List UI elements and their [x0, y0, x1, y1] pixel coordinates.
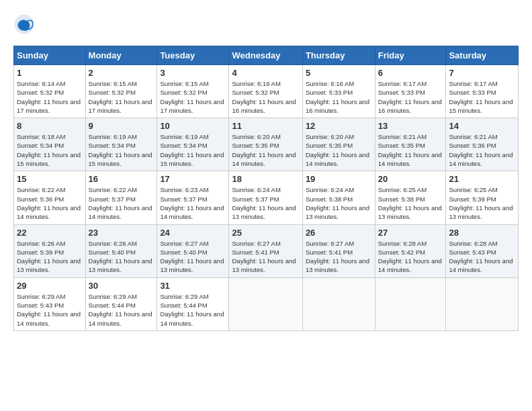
calendar-cell: 3 Sunrise: 6:15 AM Sunset: 5:32 PM Dayli…: [157, 65, 229, 118]
day-number: 7: [449, 68, 515, 78]
calendar-col-thursday: Thursday: [302, 46, 375, 65]
calendar-cell: 20 Sunrise: 6:25 AM Sunset: 5:38 PM Dayl…: [375, 171, 446, 224]
day-number: 4: [232, 68, 299, 78]
day-number: 15: [17, 174, 83, 184]
day-number: 5: [306, 68, 372, 78]
calendar-table: SundayMondayTuesdayWednesdayThursdayFrid…: [13, 46, 519, 331]
calendar-cell: 30 Sunrise: 6:29 AM Sunset: 5:44 PM Dayl…: [85, 277, 157, 330]
day-number: 2: [89, 68, 154, 78]
calendar-col-monday: Monday: [85, 46, 157, 65]
calendar-week-5: 29 Sunrise: 6:29 AM Sunset: 5:43 PM Dayl…: [14, 277, 519, 330]
calendar-cell: 11 Sunrise: 6:20 AM Sunset: 5:35 PM Dayl…: [229, 118, 302, 171]
calendar-cell: 1 Sunrise: 6:14 AM Sunset: 5:32 PM Dayli…: [14, 65, 86, 118]
day-number: 22: [17, 228, 83, 238]
calendar-cell: 8 Sunrise: 6:18 AM Sunset: 5:34 PM Dayli…: [14, 118, 86, 171]
day-number: 17: [160, 174, 226, 184]
calendar-col-tuesday: Tuesday: [157, 46, 229, 65]
day-info: Sunrise: 6:28 AM Sunset: 5:43 PM Dayligh…: [449, 239, 515, 275]
calendar-cell: 24 Sunrise: 6:27 AM Sunset: 5:40 PM Dayl…: [157, 224, 229, 277]
calendar-cell: 14 Sunrise: 6:21 AM Sunset: 5:36 PM Dayl…: [446, 118, 519, 171]
day-info: Sunrise: 6:22 AM Sunset: 5:37 PM Dayligh…: [89, 185, 154, 221]
calendar-cell: [375, 277, 446, 330]
day-number: 3: [160, 68, 226, 78]
day-info: Sunrise: 6:16 AM Sunset: 5:32 PM Dayligh…: [232, 79, 299, 115]
calendar-cell: 19 Sunrise: 6:24 AM Sunset: 5:38 PM Dayl…: [302, 171, 375, 224]
calendar-cell: 4 Sunrise: 6:16 AM Sunset: 5:32 PM Dayli…: [229, 65, 302, 118]
day-info: Sunrise: 6:28 AM Sunset: 5:42 PM Dayligh…: [378, 239, 443, 275]
day-info: Sunrise: 6:24 AM Sunset: 5:38 PM Dayligh…: [306, 185, 372, 221]
calendar-cell: 17 Sunrise: 6:23 AM Sunset: 5:37 PM Dayl…: [157, 171, 229, 224]
day-number: 26: [306, 228, 372, 238]
calendar-cell: 29 Sunrise: 6:29 AM Sunset: 5:43 PM Dayl…: [14, 277, 86, 330]
calendar-cell: 18 Sunrise: 6:24 AM Sunset: 5:37 PM Dayl…: [229, 171, 302, 224]
calendar-cell: 7 Sunrise: 6:17 AM Sunset: 5:33 PM Dayli…: [446, 65, 519, 118]
calendar-cell: 10 Sunrise: 6:19 AM Sunset: 5:34 PM Dayl…: [157, 118, 229, 171]
calendar-cell: 6 Sunrise: 6:17 AM Sunset: 5:33 PM Dayli…: [375, 65, 446, 118]
calendar-week-4: 22 Sunrise: 6:26 AM Sunset: 5:39 PM Dayl…: [14, 224, 519, 277]
calendar-cell: 25 Sunrise: 6:27 AM Sunset: 5:41 PM Dayl…: [229, 224, 302, 277]
day-info: Sunrise: 6:25 AM Sunset: 5:38 PM Dayligh…: [378, 185, 443, 221]
day-info: Sunrise: 6:23 AM Sunset: 5:37 PM Dayligh…: [160, 185, 226, 221]
day-info: Sunrise: 6:25 AM Sunset: 5:39 PM Dayligh…: [449, 185, 515, 221]
page-header: [13, 13, 519, 35]
day-number: 13: [378, 121, 443, 131]
day-number: 27: [378, 228, 443, 238]
day-number: 14: [449, 121, 515, 131]
day-number: 16: [89, 174, 154, 184]
calendar-cell: 9 Sunrise: 6:19 AM Sunset: 5:34 PM Dayli…: [85, 118, 157, 171]
calendar-header-row: SundayMondayTuesdayWednesdayThursdayFrid…: [14, 46, 519, 65]
day-number: 18: [232, 174, 299, 184]
calendar-col-wednesday: Wednesday: [229, 46, 302, 65]
day-number: 30: [89, 281, 154, 291]
calendar-cell: [302, 277, 375, 330]
day-info: Sunrise: 6:29 AM Sunset: 5:44 PM Dayligh…: [89, 292, 154, 328]
calendar-week-1: 1 Sunrise: 6:14 AM Sunset: 5:32 PM Dayli…: [14, 65, 519, 118]
day-info: Sunrise: 6:24 AM Sunset: 5:37 PM Dayligh…: [232, 185, 299, 221]
calendar-cell: [229, 277, 302, 330]
day-number: 21: [449, 174, 515, 184]
calendar-cell: 23 Sunrise: 6:26 AM Sunset: 5:40 PM Dayl…: [85, 224, 157, 277]
calendar-col-saturday: Saturday: [446, 46, 519, 65]
day-number: 20: [378, 174, 443, 184]
day-number: 23: [89, 228, 154, 238]
calendar-cell: 5 Sunrise: 6:16 AM Sunset: 5:33 PM Dayli…: [302, 65, 375, 118]
day-info: Sunrise: 6:14 AM Sunset: 5:32 PM Dayligh…: [17, 79, 83, 115]
day-number: 24: [160, 228, 226, 238]
calendar-week-3: 15 Sunrise: 6:22 AM Sunset: 5:36 PM Dayl…: [14, 171, 519, 224]
day-info: Sunrise: 6:26 AM Sunset: 5:40 PM Dayligh…: [89, 239, 154, 275]
calendar-col-friday: Friday: [375, 46, 446, 65]
calendar-cell: 26 Sunrise: 6:27 AM Sunset: 5:41 PM Dayl…: [302, 224, 375, 277]
calendar-cell: [446, 277, 519, 330]
day-info: Sunrise: 6:15 AM Sunset: 5:32 PM Dayligh…: [160, 79, 226, 115]
day-info: Sunrise: 6:19 AM Sunset: 5:34 PM Dayligh…: [160, 132, 226, 168]
day-info: Sunrise: 6:29 AM Sunset: 5:44 PM Dayligh…: [160, 292, 226, 328]
day-info: Sunrise: 6:27 AM Sunset: 5:41 PM Dayligh…: [232, 239, 299, 275]
day-info: Sunrise: 6:26 AM Sunset: 5:39 PM Dayligh…: [17, 239, 83, 275]
day-number: 11: [232, 121, 299, 131]
day-info: Sunrise: 6:27 AM Sunset: 5:40 PM Dayligh…: [160, 239, 226, 275]
day-number: 29: [17, 281, 83, 291]
day-info: Sunrise: 6:15 AM Sunset: 5:32 PM Dayligh…: [89, 79, 154, 115]
day-info: Sunrise: 6:21 AM Sunset: 5:36 PM Dayligh…: [449, 132, 515, 168]
day-info: Sunrise: 6:20 AM Sunset: 5:35 PM Dayligh…: [306, 132, 372, 168]
day-number: 28: [449, 228, 515, 238]
calendar-cell: 27 Sunrise: 6:28 AM Sunset: 5:42 PM Dayl…: [375, 224, 446, 277]
day-info: Sunrise: 6:17 AM Sunset: 5:33 PM Dayligh…: [378, 79, 443, 115]
calendar-week-2: 8 Sunrise: 6:18 AM Sunset: 5:34 PM Dayli…: [14, 118, 519, 171]
day-number: 19: [306, 174, 372, 184]
day-number: 12: [306, 121, 372, 131]
day-number: 8: [17, 121, 83, 131]
day-info: Sunrise: 6:16 AM Sunset: 5:33 PM Dayligh…: [306, 79, 372, 115]
day-info: Sunrise: 6:18 AM Sunset: 5:34 PM Dayligh…: [17, 132, 83, 168]
day-number: 25: [232, 228, 299, 238]
calendar-cell: 31 Sunrise: 6:29 AM Sunset: 5:44 PM Dayl…: [157, 277, 229, 330]
day-number: 10: [160, 121, 226, 131]
day-number: 31: [160, 281, 226, 291]
calendar-cell: 22 Sunrise: 6:26 AM Sunset: 5:39 PM Dayl…: [14, 224, 86, 277]
logo-icon: [13, 13, 35, 35]
calendar-cell: 16 Sunrise: 6:22 AM Sunset: 5:37 PM Dayl…: [85, 171, 157, 224]
day-info: Sunrise: 6:20 AM Sunset: 5:35 PM Dayligh…: [232, 132, 299, 168]
day-info: Sunrise: 6:17 AM Sunset: 5:33 PM Dayligh…: [449, 79, 515, 115]
day-info: Sunrise: 6:22 AM Sunset: 5:36 PM Dayligh…: [17, 185, 83, 221]
day-info: Sunrise: 6:27 AM Sunset: 5:41 PM Dayligh…: [306, 239, 372, 275]
